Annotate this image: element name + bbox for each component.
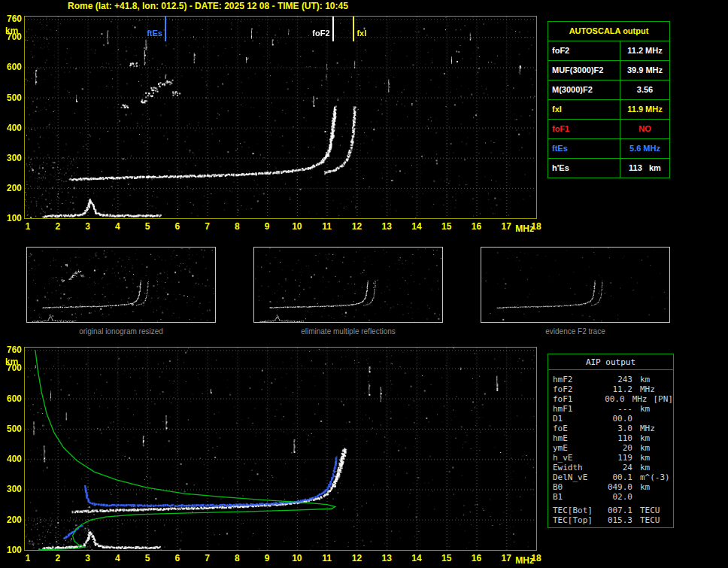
autoscala-row: foF1NO xyxy=(548,120,670,139)
autoscala-row-value: 113 km xyxy=(620,159,670,178)
aip-row: ymE20km xyxy=(548,443,673,453)
x-axis-tick: 16 xyxy=(467,221,485,232)
x-axis-tick: 16 xyxy=(467,553,485,563)
autoscala-row: M(3000)F23.56 xyxy=(548,80,670,100)
x-axis-tick: 3 xyxy=(79,221,97,232)
x-axis-tick: 8 xyxy=(228,221,246,232)
x-axis-tick: 17 xyxy=(497,221,515,232)
aip-row: B0049.0km xyxy=(548,482,673,492)
autoscala-row: fxI11.9 MHz xyxy=(548,100,670,120)
top-ionogram-canvas xyxy=(24,16,537,219)
y-axis-tick: 760 xyxy=(2,14,22,24)
aip-row-value: 02.0 xyxy=(602,492,632,502)
autoscala-row-value: 3.56 xyxy=(620,80,670,100)
aip-row-unit: TECU xyxy=(640,506,660,515)
aip-row: Ewidth24km xyxy=(548,463,673,472)
x-axis-tick: 9 xyxy=(258,221,276,232)
thumbnail-evidence-f2-trace xyxy=(481,247,670,323)
x-axis-tick: 12 xyxy=(347,553,366,563)
y-axis-tick: 400 xyxy=(2,454,22,464)
aip-row-label: DelN_vE xyxy=(553,472,602,482)
x-axis-unit: MHz xyxy=(515,555,534,566)
aip-row-unit: km xyxy=(640,482,650,492)
aip-tec-rows: TEC[Bot]007.1TECUTEC[Top]015.3TECU xyxy=(548,506,673,525)
page-title: Rome (lat: +41.8, lon: 012.5) - DATE: 20… xyxy=(68,1,348,11)
aip-row: TEC[Bot]007.1TECU xyxy=(548,506,673,515)
aip-row-value: 015.3 xyxy=(602,515,632,525)
autoscala-row-label: foF2 xyxy=(548,41,620,61)
aip-row-value: 110 xyxy=(602,433,632,443)
aip-row-unit: km xyxy=(640,433,650,443)
y-axis-unit: km xyxy=(5,26,18,36)
fxI-marker-line xyxy=(353,17,354,41)
aip-row-value: 00.0 xyxy=(598,394,625,404)
y-axis-tick: 300 xyxy=(2,153,22,163)
x-axis-tick: 10 xyxy=(288,553,306,563)
aip-row-value: 24 xyxy=(602,463,632,472)
aip-row-value: 00.1 xyxy=(602,472,632,482)
aip-row: D100.0 xyxy=(548,414,673,424)
x-axis-tick: 14 xyxy=(408,221,426,232)
x-axis-tick: 11 xyxy=(318,221,336,232)
x-axis-tick: 5 xyxy=(138,553,156,563)
thumbnail-caption: eliminate multiple reflections xyxy=(253,327,443,336)
ftEs-marker-label: ftEs xyxy=(131,29,162,38)
x-axis-tick: 13 xyxy=(378,553,396,563)
x-axis-tick: 8 xyxy=(228,553,246,563)
aip-row-value: --- xyxy=(602,404,632,414)
aip-row: hmF1---km xyxy=(548,404,673,414)
foF2-marker-label: foF2 xyxy=(299,29,330,38)
autoscala-row-label: fxI xyxy=(548,100,620,120)
aip-row-value: 20 xyxy=(602,443,632,453)
aip-row-unit: km xyxy=(640,463,650,472)
x-axis-tick: 12 xyxy=(347,221,366,232)
aip-row-label: ymE xyxy=(553,443,602,453)
aip-row-label: h_vE xyxy=(553,453,602,463)
autoscala-row-label: ftEs xyxy=(548,139,620,159)
aip-row: DelN_vE00.1m^(-3) xyxy=(548,472,673,482)
aip-row-label: hmE xyxy=(553,433,602,443)
x-axis-tick: 4 xyxy=(108,553,126,563)
x-axis-tick: 2 xyxy=(49,553,67,563)
aip-row-label: B1 xyxy=(553,492,602,502)
ftEs-marker-line xyxy=(165,17,166,41)
x-axis-tick: 6 xyxy=(168,553,187,563)
y-axis-tick: 600 xyxy=(2,62,22,72)
x-axis-tick: 11 xyxy=(318,553,336,563)
x-axis-tick: 5 xyxy=(138,221,156,232)
aip-row-value: 3.0 xyxy=(602,424,632,433)
aip-row-value: 00.0 xyxy=(602,414,632,424)
x-axis-tick: 2 xyxy=(49,221,67,232)
autoscala-row: h'Es113 km xyxy=(548,159,670,178)
x-axis-tick: 1 xyxy=(19,553,37,563)
x-axis-unit: MHz xyxy=(515,223,534,234)
x-axis-tick: 10 xyxy=(288,221,306,232)
autoscala-row-value: 39.9 MHz xyxy=(620,61,670,80)
aip-row-label: hmF1 xyxy=(553,404,602,414)
autoscala-header-row: AUTOSCALA output xyxy=(548,22,670,41)
aip-row-unit: MHz xyxy=(640,384,655,394)
aip-row-label: foE xyxy=(553,424,602,433)
aip-row-extra: [PN] xyxy=(654,394,674,404)
autoscala-row-value: 11.2 MHz xyxy=(620,41,670,61)
y-axis-tick: 400 xyxy=(2,123,22,133)
y-axis-tick: 200 xyxy=(2,515,22,525)
aip-row-label: Ewidth xyxy=(553,463,602,472)
thumbnail-caption: evidence F2 trace xyxy=(481,327,670,336)
aip-row: h_vE119km xyxy=(548,453,673,463)
autoscala-row: ftEs5.6 MHz xyxy=(548,139,670,159)
autoscala-row-value: NO xyxy=(620,120,670,139)
aip-row: foF100.0MHz[PN] xyxy=(548,394,673,404)
aip-row-unit: km xyxy=(640,375,650,384)
aip-row-label: B0 xyxy=(553,482,602,492)
aip-panel-header: AIP output xyxy=(548,354,673,370)
x-axis-tick: 3 xyxy=(79,553,97,563)
aip-row-value: 119 xyxy=(602,453,632,463)
aip-row-unit: MHz xyxy=(640,424,655,433)
autoscala-row-label: h'Es xyxy=(548,159,620,178)
autoscala-row-label: M(3000)F2 xyxy=(548,80,620,100)
aip-row-value: 243 xyxy=(602,375,632,384)
aip-output-panel: AIP output hmF2243kmfoF211.2MHzfoF100.0M… xyxy=(548,354,674,528)
y-axis-tick: 500 xyxy=(2,93,22,103)
autoscala-output-screen: Rome (lat: +41.8, lon: 012.5) - DATE: 20… xyxy=(0,0,728,568)
